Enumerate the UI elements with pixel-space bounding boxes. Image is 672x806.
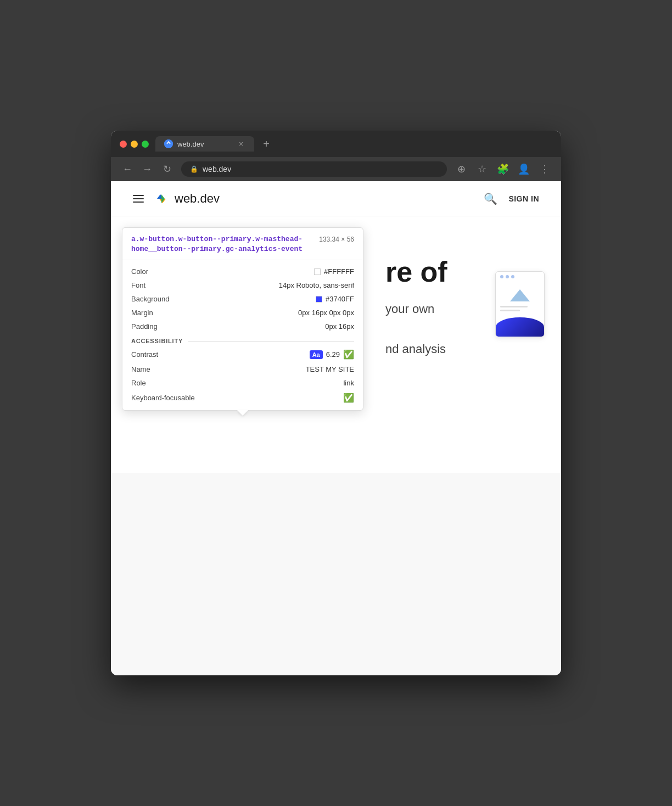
traffic-lights bbox=[120, 141, 149, 148]
inspector-body: Color #FFFFFF Font 14px Roboto, sans-ser… bbox=[122, 260, 363, 410]
font-row: Font 14px Roboto, sans-serif bbox=[122, 278, 363, 292]
hero-subtext-line2: nd analysis bbox=[385, 340, 539, 358]
role-row: Role link bbox=[122, 376, 363, 390]
site-name: web.dev bbox=[175, 192, 220, 206]
nav-buttons: ← → ↻ bbox=[120, 161, 175, 177]
margin-value: 0px 16px 0px 0px bbox=[298, 309, 354, 317]
header-left: web.dev bbox=[133, 190, 220, 208]
tab-close-button[interactable]: × bbox=[237, 139, 245, 148]
browser-window: web.dev × + ← → ↻ 🔒 web.dev ⊕ ☆ 🧩 👤 ⋮ bbox=[111, 131, 561, 675]
site-header: web.dev 🔍 SIGN IN bbox=[111, 181, 561, 216]
background-label: Background bbox=[131, 295, 169, 303]
accessibility-label: ACCESSIBILITY bbox=[131, 338, 183, 344]
toolbar-icons: ⊕ ☆ 🧩 👤 ⋮ bbox=[453, 161, 552, 177]
preview-line-1 bbox=[500, 306, 528, 307]
role-label: Role bbox=[131, 379, 146, 387]
background-row: Background #3740FF bbox=[122, 292, 363, 306]
tab-bar: web.dev × + bbox=[155, 136, 552, 152]
url-text: web.dev bbox=[203, 165, 231, 173]
preview-card bbox=[495, 271, 545, 337]
background-value: #3740FF bbox=[316, 295, 354, 303]
contrast-check-icon: ✅ bbox=[343, 349, 354, 360]
site-logo[interactable]: web.dev bbox=[153, 190, 220, 208]
new-tab-button[interactable]: + bbox=[259, 136, 274, 152]
contrast-label: Contrast bbox=[131, 350, 158, 359]
preview-content bbox=[496, 282, 544, 315]
hamburger-line-3 bbox=[133, 201, 144, 203]
hamburger-menu[interactable] bbox=[133, 195, 144, 203]
address-bar: ← → ↻ 🔒 web.dev ⊕ ☆ 🧩 👤 ⋮ bbox=[111, 157, 561, 181]
sign-in-button[interactable]: SIGN IN bbox=[508, 194, 539, 203]
padding-value: 0px 16px bbox=[325, 322, 354, 331]
header-right: 🔍 SIGN IN bbox=[484, 192, 539, 205]
back-button[interactable]: ← bbox=[120, 161, 135, 177]
hamburger-line-1 bbox=[133, 195, 144, 196]
preview-dot-2 bbox=[506, 275, 509, 278]
color-row: Color #FFFFFF bbox=[122, 265, 363, 278]
profile-icon[interactable]: 👤 bbox=[516, 161, 531, 177]
keyboard-row: Keyboard-focusable ✅ bbox=[122, 390, 363, 406]
hamburger-line-2 bbox=[133, 198, 144, 199]
name-label: Name bbox=[131, 365, 150, 373]
contrast-row: Contrast Aa 6.29 ✅ bbox=[122, 346, 363, 362]
margin-label: Margin bbox=[131, 309, 153, 317]
search-button[interactable]: 🔍 bbox=[484, 192, 497, 205]
close-traffic-light[interactable] bbox=[120, 141, 127, 148]
preview-line-2 bbox=[500, 310, 520, 311]
preview-dot-3 bbox=[511, 275, 514, 278]
preview-dot-1 bbox=[500, 275, 503, 278]
refresh-button[interactable]: ↻ bbox=[159, 161, 175, 177]
forward-button[interactable]: → bbox=[139, 161, 155, 177]
tab-title: web.dev bbox=[177, 140, 232, 148]
color-label: Color bbox=[131, 267, 148, 276]
divider-line bbox=[188, 341, 354, 342]
preview-triangle bbox=[510, 289, 530, 301]
name-value: TEST MY SITE bbox=[306, 365, 354, 373]
page-content: web.dev 🔍 SIGN IN 133.34 × 56 a.w-button… bbox=[111, 181, 561, 675]
lock-icon: 🔒 bbox=[190, 165, 198, 173]
minimize-traffic-light[interactable] bbox=[131, 141, 138, 148]
padding-row: Padding 0px 16px bbox=[122, 320, 363, 333]
font-value: 14px Roboto, sans-serif bbox=[279, 281, 354, 289]
bookmark-icon[interactable]: ☆ bbox=[474, 161, 490, 177]
menu-icon[interactable]: ⋮ bbox=[537, 161, 552, 177]
browser-tab[interactable]: web.dev × bbox=[155, 136, 254, 152]
url-bar[interactable]: 🔒 web.dev bbox=[181, 161, 447, 177]
inspector-dimensions: 133.34 × 56 bbox=[319, 236, 354, 243]
color-swatch-white bbox=[314, 268, 321, 275]
color-value: #FFFFFF bbox=[314, 267, 354, 276]
color-swatch-blue bbox=[316, 296, 322, 303]
preview-wave bbox=[496, 317, 544, 337]
contrast-value: Aa 6.29 ✅ bbox=[310, 349, 354, 360]
inspector-popup: 133.34 × 56 a.w-button.w-button--primary… bbox=[122, 227, 363, 411]
contrast-badge: Aa bbox=[310, 350, 323, 359]
padding-label: Padding bbox=[131, 322, 158, 331]
name-row: Name TEST MY SITE bbox=[122, 362, 363, 376]
title-bar: web.dev × + bbox=[111, 131, 561, 157]
preview-lines bbox=[500, 306, 540, 311]
keyboard-value: ✅ bbox=[343, 393, 354, 403]
logo-svg bbox=[153, 190, 170, 208]
svg-point-0 bbox=[164, 139, 173, 148]
zoom-icon[interactable]: ⊕ bbox=[453, 161, 469, 177]
tab-favicon bbox=[164, 139, 173, 148]
inspector-header: 133.34 × 56 a.w-button.w-button--primary… bbox=[122, 228, 363, 260]
preview-dots bbox=[496, 272, 544, 282]
accessibility-divider: ACCESSIBILITY bbox=[122, 333, 363, 346]
font-label: Font bbox=[131, 281, 145, 289]
maximize-traffic-light[interactable] bbox=[142, 141, 149, 148]
keyboard-check-icon: ✅ bbox=[343, 393, 354, 403]
keyboard-label: Keyboard-focusable bbox=[131, 394, 195, 402]
margin-row: Margin 0px 16px 0px 0px bbox=[122, 306, 363, 320]
extensions-icon[interactable]: 🧩 bbox=[495, 161, 511, 177]
hero-section: 133.34 × 56 a.w-button.w-button--primary… bbox=[111, 216, 561, 473]
role-value: link bbox=[343, 379, 354, 387]
